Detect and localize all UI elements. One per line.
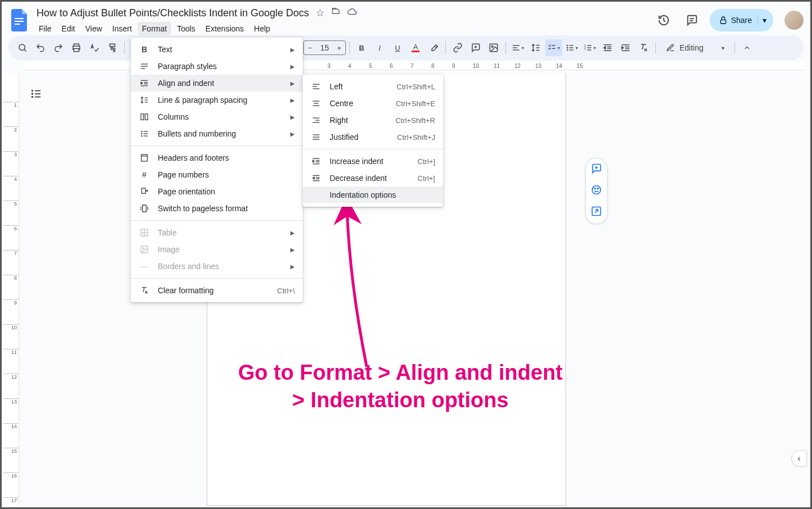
redo-icon[interactable] [50,39,67,56]
menu-item-page-numbers[interactable]: #Page numbers [131,166,303,183]
account-avatar[interactable] [784,11,804,30]
font-size-plus[interactable]: + [333,44,345,52]
svg-rect-75 [142,188,145,193]
menu-item-bullets-numbering[interactable]: Bullets and numbering▶ [131,125,303,142]
align-icon[interactable] [509,39,526,56]
side-comment-tools [585,158,608,224]
svg-point-51 [592,186,601,194]
svg-rect-66 [145,114,148,120]
numbered-list-icon[interactable]: 12 [581,39,598,56]
annotation-text: Go to Format > Align and indent > Indent… [221,359,580,415]
print-icon[interactable] [68,39,85,56]
text-color-icon[interactable]: A [407,39,424,56]
menu-item-page-orientation[interactable]: Page orientation [131,183,303,200]
insert-link-icon[interactable] [449,39,466,56]
svg-point-6 [19,44,25,51]
expand-sidebar-icon[interactable]: ‹ [791,451,807,466]
collapse-toolbar-icon[interactable] [738,39,755,56]
menu-extensions[interactable]: Extensions [201,22,248,35]
vertical-ruler[interactable]: 1234567891011121314151617 [3,74,19,506]
svg-point-68 [142,133,142,134]
menu-edit[interactable]: Edit [57,22,80,35]
svg-point-23 [567,47,568,48]
menu-help[interactable]: Help [249,22,275,35]
undo-icon[interactable] [32,39,49,56]
svg-point-53 [597,188,599,189]
insert-comment-icon[interactable] [467,39,484,56]
font-size-input[interactable]: − 15 + [303,40,346,55]
svg-point-13 [491,46,493,47]
emoji-reaction-icon[interactable] [591,184,602,198]
share-label: Share [731,16,752,25]
svg-point-43 [32,90,33,92]
font-size-minus[interactable]: − [304,44,316,52]
line-spacing-icon[interactable] [527,39,544,56]
menu-item-paragraph-styles[interactable]: Paragraph styles▶ [131,58,303,75]
share-button[interactable]: Share ▾ [710,9,773,31]
submenu-indentation-options[interactable]: Indentation options [303,187,443,203]
spellcheck-icon[interactable] [86,39,103,56]
svg-point-24 [567,49,568,50]
bold-icon[interactable]: B [353,39,370,56]
clear-formatting-icon[interactable] [635,39,652,56]
menu-item-clear-formatting[interactable]: Clear formattingCtrl+\ [131,282,303,299]
italic-icon[interactable]: I [371,39,388,56]
svg-rect-8 [74,44,79,46]
menu-item-headers-footers[interactable]: Headers and footers [131,149,303,166]
suggest-edits-icon[interactable] [591,206,602,219]
move-icon[interactable] [331,7,340,20]
add-comment-icon[interactable] [591,163,602,176]
checklist-icon[interactable] [545,39,562,56]
svg-point-44 [32,93,33,94]
menu-view[interactable]: View [81,22,107,35]
align-indent-submenu: LeftCtrl+Shift+L CentreCtrl+Shift+E Righ… [303,75,443,207]
submenu-centre[interactable]: CentreCtrl+Shift+E [303,95,443,112]
paint-format-icon[interactable] [104,39,121,56]
decrease-indent-icon[interactable] [599,39,616,56]
submenu-justified[interactable]: JustifiedCtrl+Shift+J [303,129,443,146]
star-icon[interactable]: ☆ [316,7,325,20]
underline-icon[interactable]: U [389,39,406,56]
font-size-value[interactable]: 15 [316,43,333,52]
svg-rect-5 [720,20,726,24]
submenu-left[interactable]: LeftCtrl+Shift+L [303,78,443,95]
menu-item-line-spacing[interactable]: Line & paragraph spacing▶ [131,92,303,108]
comments-icon[interactable] [682,10,702,30]
menu-item-columns[interactable]: Columns▶ [131,108,303,125]
svg-rect-65 [141,114,144,120]
menu-tools[interactable]: Tools [172,22,200,35]
menu-format[interactable]: Format [138,22,171,35]
toolbar: − 15 + B I U A 12 Editing ▾ [8,35,804,60]
document-title[interactable]: How to Adjust Bullet Points/Checklists I… [37,7,309,19]
document-outline-icon[interactable] [28,86,44,102]
menu-item-table: Table▶ [131,224,303,241]
svg-point-80 [143,248,144,249]
docs-logo-icon[interactable] [8,9,31,31]
submenu-right[interactable]: RightCtrl+Shift+R [303,112,443,129]
menu-item-text[interactable]: BText▶ [131,41,303,58]
svg-point-67 [142,131,142,131]
insert-image-icon[interactable] [485,39,502,56]
svg-rect-0 [15,18,24,19]
svg-point-45 [32,97,33,98]
increase-indent-icon[interactable] [617,39,634,56]
search-icon[interactable] [14,39,31,56]
bulleted-list-icon[interactable] [563,39,580,56]
menu-insert[interactable]: Insert [108,22,136,35]
svg-rect-1 [15,21,24,22]
share-dropdown-icon[interactable]: ▾ [758,16,767,25]
menu-item-pageless[interactable]: Switch to pageless format [131,200,303,217]
svg-point-22 [567,45,568,46]
submenu-increase-indent[interactable]: Increase indentCtrl+] [303,153,443,170]
svg-point-69 [142,135,142,136]
menu-item-image: Image▶ [131,241,303,258]
cloud-status-icon[interactable] [347,7,357,20]
submenu-decrease-indent[interactable]: Decrease indentCtrl+[ [303,170,443,187]
editing-mode-button[interactable]: Editing ▾ [659,39,731,56]
menu-file[interactable]: File [34,22,56,35]
history-icon[interactable] [654,10,674,30]
menu-item-align-indent[interactable]: Align and indent▶ [131,75,303,92]
highlight-icon[interactable] [425,39,442,56]
svg-line-7 [24,49,26,52]
menu-item-borders-lines: —Borders and lines▶ [131,258,303,275]
